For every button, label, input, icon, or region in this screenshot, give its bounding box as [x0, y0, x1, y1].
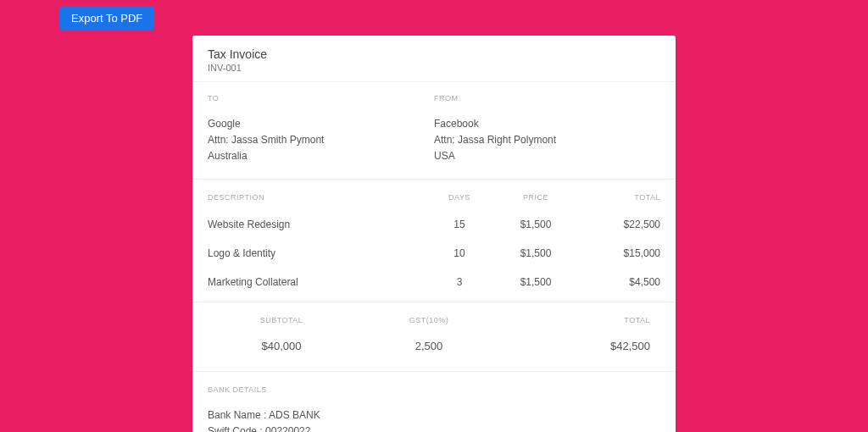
subtotal-value: $40,000 — [208, 340, 355, 352]
invoice-card: Tax Invoice INV-001 TO Google Attn: Jass… — [192, 36, 676, 432]
subtotal-col: SUBTOTAL $40,000 — [208, 316, 355, 352]
item-days: 3 — [430, 268, 489, 302]
bank-swift: Swift Code : 00220022 — [208, 424, 660, 432]
bank-name: Bank Name : ADS BANK — [208, 407, 660, 424]
item-price: $1,500 — [489, 268, 582, 302]
to-label: TO — [208, 94, 434, 102]
items-table: DESCRIPTION DAYS PRICE TOTAL Website Red… — [192, 180, 676, 302]
item-total: $22,500 — [582, 210, 676, 239]
invoice-number: INV-001 — [208, 63, 660, 73]
item-price: $1,500 — [489, 210, 582, 239]
col-days: DAYS — [430, 180, 489, 210]
gst-value: 2,500 — [355, 340, 503, 352]
table-row: Marketing Collateral 3 $1,500 $4,500 — [192, 268, 676, 302]
item-description: Marketing Collateral — [192, 268, 430, 302]
col-price: PRICE — [489, 180, 582, 210]
gst-col: GST(10%) 2,500 — [355, 316, 503, 352]
totals-row: SUBTOTAL $40,000 GST(10%) 2,500 TOTAL $4… — [192, 302, 676, 372]
col-total: TOTAL — [582, 180, 676, 210]
to-attn: Attn: Jassa Smith Pymont — [208, 132, 434, 148]
bank-label: BANK DETAILS — [208, 385, 660, 394]
item-description: Logo & Identity — [192, 239, 430, 268]
gst-label: GST(10%) — [355, 316, 503, 324]
subtotal-label: SUBTOTAL — [208, 316, 355, 324]
from-attn: Attn: Jassa Right Polymont — [434, 132, 660, 148]
to-country: Australia — [208, 148, 434, 164]
total-label: TOTAL — [503, 316, 650, 324]
invoice-header: Tax Invoice INV-001 — [192, 36, 676, 82]
from-label: FROM — [434, 94, 660, 102]
invoice-title: Tax Invoice — [208, 47, 660, 61]
export-pdf-button[interactable]: Export To PDF — [59, 6, 154, 30]
item-total: $4,500 — [582, 268, 676, 302]
total-col: TOTAL $42,500 — [503, 316, 660, 352]
from-country: USA — [434, 148, 660, 164]
from-company: Facebook — [434, 116, 660, 132]
item-days: 15 — [430, 210, 489, 239]
addresses-section: TO Google Attn: Jassa Smith Pymont Austr… — [192, 82, 676, 180]
table-row: Logo & Identity 10 $1,500 $15,000 — [192, 239, 676, 268]
from-column: FROM Facebook Attn: Jassa Right Polymont… — [434, 94, 660, 165]
to-column: TO Google Attn: Jassa Smith Pymont Austr… — [208, 94, 434, 165]
item-price: $1,500 — [489, 239, 582, 268]
col-description: DESCRIPTION — [192, 180, 430, 210]
table-row: Website Redesign 15 $1,500 $22,500 — [192, 210, 676, 239]
bank-details: BANK DETAILS Bank Name : ADS BANK Swift … — [192, 372, 676, 432]
item-description: Website Redesign — [192, 210, 430, 239]
item-days: 10 — [430, 239, 489, 268]
to-company: Google — [208, 116, 434, 132]
item-total: $15,000 — [582, 239, 676, 268]
total-value: $42,500 — [503, 340, 650, 352]
